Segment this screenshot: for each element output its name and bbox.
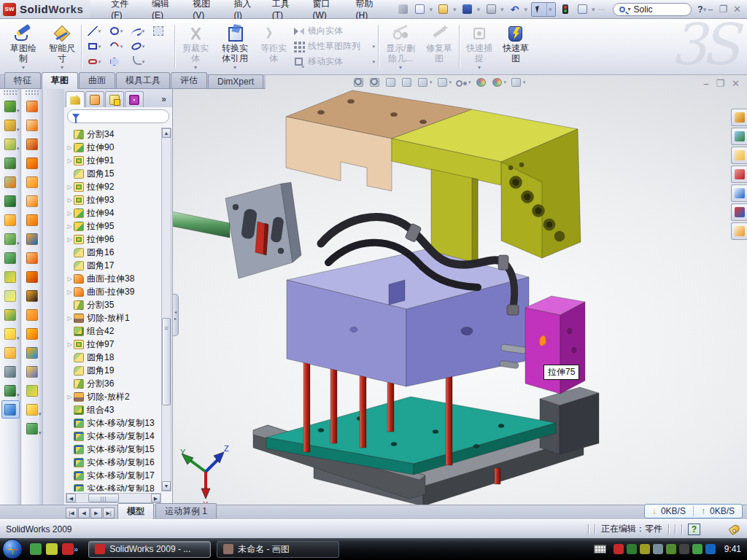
tree-item[interactable]: ▷ 组合42 xyxy=(66,324,161,338)
tab-nav-button[interactable]: ▶ xyxy=(90,508,102,518)
tab-nav-button[interactable]: |◀ xyxy=(66,508,77,518)
scroll-right-button[interactable]: ▶ xyxy=(151,494,160,502)
toolbar-grip[interactable] xyxy=(25,90,39,96)
smart-dimension-button[interactable]: 智能尺 寸▾ xyxy=(44,22,80,70)
dropdown-arrow[interactable]: ▾ xyxy=(39,430,42,436)
tool-button-delete-face[interactable]: ▾ xyxy=(23,287,42,305)
panel-chevron[interactable]: » xyxy=(157,94,171,107)
tree-item[interactable]: ▷ 实体-移动/复制15 xyxy=(66,443,161,456)
tree-item[interactable]: ▷ 实体-移动/复制13 xyxy=(66,416,161,429)
sketch-tool-straight-slot[interactable]: ▾ xyxy=(83,54,105,69)
tree-vertical-scrollbar[interactable]: ▲ ▼ xyxy=(161,128,171,491)
tray-icon-volume[interactable] xyxy=(653,544,663,554)
dropdown-arrow[interactable]: ▾ xyxy=(39,411,42,417)
doc-close-button[interactable]: ✕ xyxy=(732,78,740,89)
select-tool-button[interactable]: ▾ xyxy=(531,2,556,17)
sketch-tool-polygon[interactable]: ▾ xyxy=(105,54,127,69)
sketch-tool-sketch-fillet[interactable]: ▾ xyxy=(127,54,149,69)
trim-entities-button[interactable]: 剪裁实 体▾ xyxy=(177,22,214,70)
tool-button-wrap[interactable]: ▾ xyxy=(23,324,42,343)
scroll-left-button[interactable]: ◀ xyxy=(66,494,76,502)
sketch-tool-point[interactable]: ▾ xyxy=(149,54,171,69)
tool-button-revolved-surface[interactable]: ▾ xyxy=(23,116,42,134)
expand-arrow[interactable]: ▷ xyxy=(66,315,74,322)
ribbon-tab[interactable]: 草图 xyxy=(42,72,78,89)
dropdown-arrow[interactable]: ▾ xyxy=(17,335,20,341)
view-tool-view-3d[interactable]: ▾ xyxy=(400,77,413,88)
tool-button-reference-geometry[interactable]: ▾ xyxy=(23,400,42,419)
tool-button-reference-axis[interactable]: ▾ xyxy=(1,362,20,381)
repair-sketch-button[interactable]: 修复草 图 xyxy=(422,22,457,70)
tree-item[interactable]: ▷ 切除-放样2 xyxy=(66,390,161,403)
print-button[interactable] xyxy=(484,3,498,16)
tool-button-replace-face[interactable]: ▾ xyxy=(23,306,42,324)
expand-arrow[interactable]: ▷ xyxy=(66,289,74,295)
tool-button-draft[interactable]: ▾ xyxy=(1,192,20,210)
toolbar-grip[interactable] xyxy=(3,90,18,96)
expand-arrow[interactable]: ▷ xyxy=(66,184,74,190)
tool-button-split-body[interactable]: ▾ xyxy=(1,287,20,305)
tool-button-bend[interactable]: ▾ xyxy=(23,268,42,286)
quick-tips-button[interactable]: ? xyxy=(688,524,700,535)
tool-button-helix-spiral[interactable]: ▾ xyxy=(1,381,20,400)
task-button[interactable]: 未命名 - 画图 xyxy=(217,541,339,558)
input-method-icon[interactable] xyxy=(594,545,606,553)
dropdown-arrow[interactable]: ▾ xyxy=(372,44,375,50)
task-pane-tab-solidworks-resources[interactable] xyxy=(731,109,747,126)
expand-arrow[interactable]: ▷ xyxy=(66,236,74,243)
display-delete-relations-button[interactable]: 显示/删 除几...▾ xyxy=(381,22,420,70)
tray-icon-shield-plus[interactable] xyxy=(692,544,703,554)
scroll-up-button[interactable]: ▲ xyxy=(162,128,171,138)
rebuild-button[interactable] xyxy=(558,3,573,16)
tool-button-lofted-surface[interactable]: ▾ xyxy=(23,154,42,172)
dropdown-arrow[interactable]: ▾ xyxy=(17,127,20,133)
tool-button-instant3d[interactable]: ▾ xyxy=(1,400,20,419)
quick-launch-icon-solidworks-launcher[interactable] xyxy=(62,543,74,555)
tree-item[interactable]: ▷ 分割36 xyxy=(66,377,161,390)
tree-item[interactable]: ▷ 拉伸93 xyxy=(66,193,161,206)
tree-item[interactable]: ▷ 实体-移动/复制17 xyxy=(66,469,161,482)
panel-splitter-handle[interactable]: ◂▸ xyxy=(173,294,179,336)
tree-item[interactable]: ▷ 组合43 xyxy=(66,403,161,416)
sketch-tool-corner-rectangle[interactable]: ▾ xyxy=(83,39,105,54)
tool-button-fillet[interactable]: ▾ xyxy=(1,135,20,153)
tab-dimxpertmanager[interactable] xyxy=(125,91,144,107)
tree-item[interactable]: ▷ 圆角17 xyxy=(66,259,161,272)
tag-icon[interactable] xyxy=(728,523,740,534)
tray-icon-shield-green[interactable] xyxy=(627,544,637,554)
tool-button-combine-bodies[interactable]: ▾ xyxy=(1,268,20,286)
view-tool-zoom-fit[interactable]: ▾ xyxy=(352,77,365,88)
expand-arrow[interactable]: ▷ xyxy=(66,394,74,400)
quick-snaps-button[interactable]: 快速捕 捉▾ xyxy=(462,22,497,70)
document-tab[interactable]: 模型 xyxy=(117,503,154,519)
tree-item[interactable]: ▷ 拉伸96 xyxy=(66,233,161,246)
tray-icon-sync-green[interactable] xyxy=(666,544,676,554)
save-button[interactable] xyxy=(460,3,474,16)
tab-featuremanager[interactable] xyxy=(66,91,85,107)
tray-icon-network-warning[interactable] xyxy=(679,544,689,554)
tool-button-move-face[interactable]: ▾ xyxy=(23,343,42,362)
tree-item[interactable]: ▷ 圆角18 xyxy=(66,351,161,364)
tool-button-curves[interactable]: ▾ xyxy=(23,419,42,438)
tree-item[interactable]: ▷ 圆角19 xyxy=(66,364,161,377)
tree-item[interactable]: ▷ 实体-移动/复制14 xyxy=(66,429,161,443)
dropdown-arrow[interactable]: ▾ xyxy=(468,79,471,85)
dropdown-arrow[interactable]: ▾ xyxy=(17,241,20,246)
start-button[interactable] xyxy=(2,539,23,559)
search-dropdown-arrow[interactable]: ▾ xyxy=(628,6,631,12)
expand-arrow[interactable]: ▷ xyxy=(66,223,74,230)
scroll-down-button[interactable]: ▼ xyxy=(162,481,171,491)
ribbon-tab[interactable]: 评估 xyxy=(171,72,207,88)
3d-model[interactable]: Y Z X xyxy=(173,89,747,505)
dropdown-arrow[interactable]: ▾ xyxy=(504,79,507,85)
view-tool-view-settings[interactable]: ▾ xyxy=(510,77,526,88)
ribbon-tab[interactable]: 曲面 xyxy=(79,72,115,88)
tree-item[interactable]: ▷ 曲面-拉伸38 xyxy=(66,272,161,285)
tool-button-planar-surface[interactable]: ▾ xyxy=(23,211,42,229)
dropdown-arrow[interactable]: ▾ xyxy=(120,44,123,50)
options-button[interactable] xyxy=(575,3,589,16)
tool-button-freeform[interactable]: ▾ xyxy=(23,192,42,210)
tray-icon-badge[interactable] xyxy=(640,544,650,554)
expand-arrow[interactable]: ▷ xyxy=(66,210,74,217)
dropdown-arrow[interactable]: ▾ xyxy=(523,79,526,85)
